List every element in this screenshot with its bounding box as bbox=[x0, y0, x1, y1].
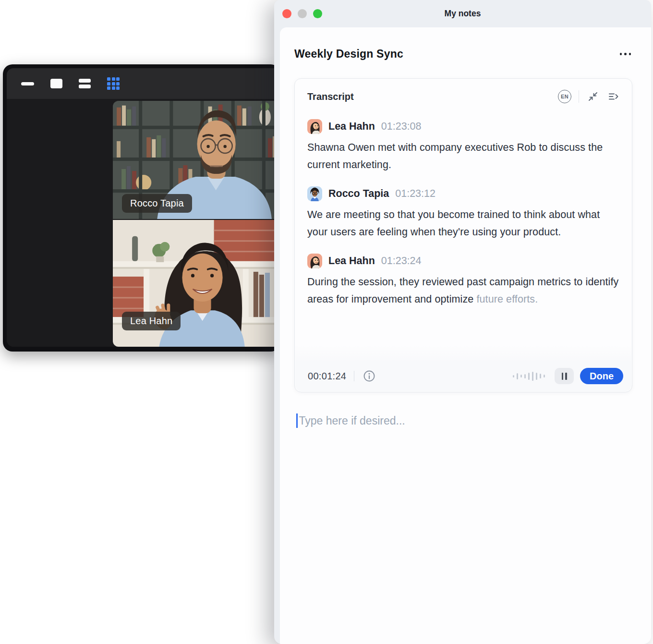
entry-meta: Lea Hahn 01:23:24 bbox=[307, 253, 619, 268]
transcript-entry: Rocco Tapia 01:23:12 We are meeting so t… bbox=[307, 186, 619, 241]
transcript-footer: 00:01:24 Done bbox=[295, 361, 631, 391]
transcript-entry: Lea Hahn 01:23:24 During the session, th… bbox=[307, 253, 619, 308]
participant-name-tag: Rocco Tapia bbox=[122, 194, 192, 213]
video-call-body: Rocco Tapia bbox=[7, 99, 280, 347]
audio-waveform bbox=[513, 370, 545, 382]
pause-button[interactable] bbox=[555, 368, 574, 384]
pause-icon bbox=[565, 373, 567, 380]
entry-text: During the session, they reviewed past c… bbox=[307, 273, 619, 308]
entry-timestamp: 01:23:08 bbox=[381, 121, 422, 133]
zoom-button[interactable] bbox=[313, 9, 322, 18]
entry-meta: Lea Hahn 01:23:08 bbox=[307, 119, 619, 134]
info-icon[interactable] bbox=[362, 369, 376, 383]
speaker-name: Lea Hahn bbox=[328, 121, 375, 133]
video-call-window: Rocco Tapia bbox=[3, 64, 280, 352]
my-notes-window: My notes Weekly Design Sync Transcript E… bbox=[274, 0, 651, 644]
avatar-lea bbox=[307, 254, 322, 268]
video-view-toolbar bbox=[7, 68, 280, 99]
transcript-entries: Lea Hahn 01:23:08 Shawna Owen met with c… bbox=[295, 103, 632, 308]
side-panel-icon[interactable] bbox=[607, 90, 620, 103]
video-call-inner: Rocco Tapia bbox=[7, 68, 280, 347]
pause-icon bbox=[562, 373, 564, 380]
video-tiles: Rocco Tapia bbox=[113, 101, 280, 347]
close-button[interactable] bbox=[282, 9, 291, 18]
elapsed-time: 00:01:24 bbox=[308, 371, 346, 382]
transcript-entry: Lea Hahn 01:23:08 Shawna Owen met with c… bbox=[307, 119, 619, 173]
view-speaker-button[interactable] bbox=[50, 79, 62, 88]
entry-timestamp: 01:23:12 bbox=[395, 188, 435, 200]
avatar-lea bbox=[307, 119, 322, 134]
speaker-name: Lea Hahn bbox=[328, 255, 375, 267]
view-minimal-button[interactable] bbox=[21, 82, 34, 85]
notes-content: Weekly Design Sync Transcript EN bbox=[280, 27, 651, 644]
entry-text: Shawna Owen met with company executives … bbox=[307, 139, 619, 173]
speaker-view-icon bbox=[50, 79, 62, 88]
minimal-bar-icon bbox=[21, 82, 34, 85]
split-view-icon bbox=[79, 79, 91, 88]
window-title: My notes bbox=[445, 9, 481, 19]
minimize-button[interactable] bbox=[298, 9, 307, 18]
header-divider bbox=[579, 90, 579, 103]
entry-text: We are meeting so that you become traine… bbox=[307, 206, 619, 241]
gallery-grid-icon bbox=[107, 77, 120, 90]
traffic-lights bbox=[282, 0, 322, 27]
page-title: Weekly Design Sync bbox=[294, 48, 403, 61]
avatar-rocco bbox=[307, 186, 322, 201]
footer-divider bbox=[354, 371, 354, 381]
collapse-icon[interactable] bbox=[586, 90, 600, 103]
speaker-name: Rocco Tapia bbox=[328, 188, 389, 200]
entry-timestamp: 01:23:24 bbox=[381, 255, 422, 267]
transcript-card-header: Transcript EN bbox=[295, 79, 632, 103]
text-cursor bbox=[296, 413, 298, 428]
transcript-card: Transcript EN bbox=[294, 78, 632, 392]
participant-name-tag: Lea Hahn bbox=[122, 312, 181, 330]
more-options-icon[interactable] bbox=[619, 50, 632, 58]
screen: Rocco Tapia bbox=[0, 0, 653, 644]
heading-row: Weekly Design Sync bbox=[280, 27, 651, 61]
transcript-title: Transcript bbox=[307, 91, 354, 102]
language-en-badge[interactable]: EN bbox=[558, 90, 571, 103]
transcript-fade bbox=[295, 345, 631, 361]
video-tile-lea[interactable]: Lea Hahn bbox=[113, 220, 280, 347]
note-input[interactable]: Type here if desired... bbox=[296, 413, 651, 428]
video-tile-rocco[interactable]: Rocco Tapia bbox=[113, 101, 280, 219]
view-split-button[interactable] bbox=[79, 79, 91, 88]
notes-titlebar: My notes bbox=[274, 0, 651, 27]
note-input-placeholder: Type here if desired... bbox=[299, 414, 405, 427]
transcript-header-icons: EN bbox=[558, 90, 620, 103]
done-button[interactable]: Done bbox=[580, 368, 623, 384]
entry-meta: Rocco Tapia 01:23:12 bbox=[307, 186, 619, 201]
view-gallery-button[interactable] bbox=[107, 77, 120, 90]
